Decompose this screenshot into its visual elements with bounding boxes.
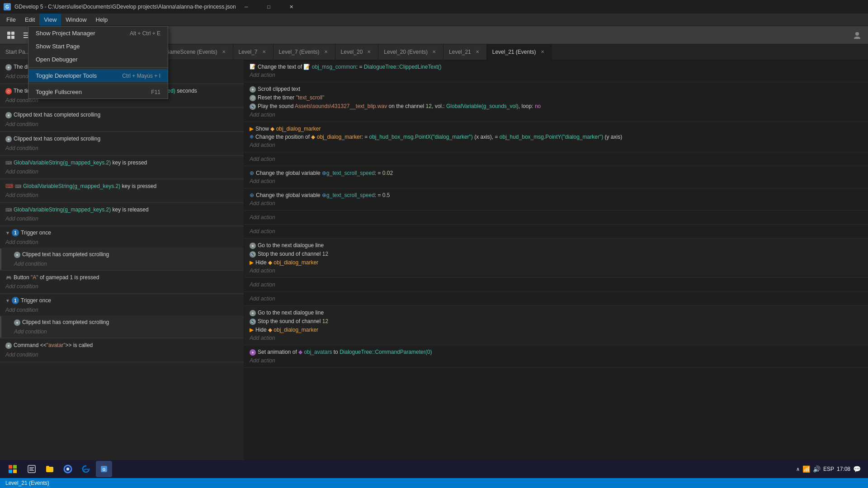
taskbar-gdevelop[interactable]: G xyxy=(96,461,112,477)
tab-label: Level_20 (Events) xyxy=(384,49,428,55)
dropdown-item-label: Toggle Fullscreen xyxy=(36,89,82,95)
taskbar-chrome[interactable] xyxy=(60,461,76,477)
add-action-button[interactable]: Add action xyxy=(248,295,864,303)
menu-window[interactable]: Window xyxy=(61,14,91,26)
add-action-button[interactable]: Add action xyxy=(248,155,864,163)
dropdown-toggle-fullscreen[interactable]: Toggle Fullscreen F11 xyxy=(28,85,168,99)
view-dropdown-menu: Show Project Manager Alt + Ctrl + E Show… xyxy=(28,26,168,99)
close-button[interactable]: ✕ xyxy=(281,0,302,14)
add-action-button[interactable]: Add action xyxy=(248,334,864,342)
add-condition-button[interactable]: Add condition xyxy=(4,191,240,199)
event-row-10: ▼ 1 Trigger once Add condition ● Clipped… xyxy=(0,294,244,338)
add-action-button[interactable]: Add action xyxy=(248,71,864,79)
start-button[interactable] xyxy=(4,460,22,478)
minimize-button[interactable]: ─ xyxy=(236,0,257,14)
event-row-6: ⌨ ⌨ GlobalVariableString(g_mapped_keys.2… xyxy=(0,179,244,203)
tab-level20-events[interactable]: Level_20 (Events) ✕ xyxy=(378,44,443,60)
title-bar: G GDevelop 5 - C:\Users\ulise\Documents\… xyxy=(0,0,868,14)
tab-level7-events[interactable]: Level_7 (Events) ✕ xyxy=(274,44,335,60)
keyboard-icon: ⌨ xyxy=(5,206,12,213)
toolbar-profile[interactable] xyxy=(850,28,864,42)
condition-item: ● Clipped text has completed scrolling xyxy=(12,318,240,327)
tab-close-icon[interactable]: ✕ xyxy=(474,48,481,56)
add-condition-button[interactable]: Add condition xyxy=(4,282,240,291)
add-condition-button[interactable]: Add condition xyxy=(4,120,240,128)
add-action-button[interactable]: Add action xyxy=(248,177,864,185)
condition-item: ● Clipped text has completed scrolling xyxy=(4,111,240,119)
window-controls: ─ □ ✕ xyxy=(236,0,302,14)
action-item: ● Set animation of ◆ obj_avatars to Dial… xyxy=(248,348,864,357)
dropdown-separator-1 xyxy=(28,67,168,68)
add-action-button[interactable]: Add action xyxy=(248,267,864,275)
toolbar-scenes-icon[interactable] xyxy=(4,28,18,42)
tab-close-icon[interactable]: ✕ xyxy=(365,48,373,56)
svg-text:G: G xyxy=(102,467,105,472)
add-condition-button[interactable]: Add condition xyxy=(4,168,240,176)
condition-item: 🎮 Button "A" of gamepad 1 is pressed xyxy=(4,273,240,282)
condition-icon: ● xyxy=(5,343,12,349)
add-condition-button[interactable]: Add condition xyxy=(4,306,240,314)
event-row-3: ● Clipped text has completed scrolling A… xyxy=(0,108,244,132)
tab-close-icon[interactable]: ✕ xyxy=(539,48,546,56)
add-action-button[interactable]: Add action xyxy=(248,213,864,221)
add-condition-button[interactable]: Add condition xyxy=(12,260,240,268)
condition-item: ● Clipped text has completed scrolling xyxy=(12,250,240,259)
add-action-button[interactable]: Add action xyxy=(248,227,864,235)
conditions-panel: ● The dialogue line is "text" Add condit… xyxy=(0,60,244,460)
action-group-2: ● Scroll clipped text ⏱ Reset the timer … xyxy=(244,82,868,122)
collapse-icon[interactable]: ▼ xyxy=(5,230,10,235)
menu-help[interactable]: Help xyxy=(91,14,113,26)
dropdown-item-shortcut: Alt + Ctrl + E xyxy=(130,30,160,37)
svg-rect-0 xyxy=(7,32,10,35)
action-group-1: 📝 Change the text of 📝 obj_msg_common: =… xyxy=(244,60,868,82)
tab-close-icon[interactable]: ✕ xyxy=(260,48,268,56)
tab-close-icon[interactable]: ✕ xyxy=(430,48,438,56)
action-item: ▶ Hide ◆ obj_dialog_marker xyxy=(248,326,864,334)
tab-level21[interactable]: Level_21 ✕ xyxy=(443,44,487,60)
taskbar-search[interactable] xyxy=(24,461,40,477)
tab-level20[interactable]: Level_20 ✕ xyxy=(335,44,379,60)
dropdown-show-project-manager[interactable]: Show Project Manager Alt + Ctrl + E xyxy=(28,27,168,40)
trigger-once: ▼ 1 Trigger once xyxy=(4,296,240,305)
tab-close-icon[interactable]: ✕ xyxy=(220,48,227,56)
menu-file[interactable]: File xyxy=(2,14,20,26)
tab-gamescene-events2[interactable]: GameScene (Events) ✕ xyxy=(160,44,233,60)
taskbar-edge[interactable] xyxy=(78,461,94,477)
add-action-button[interactable]: Add action xyxy=(248,357,864,365)
condition-icon: ⏱ xyxy=(5,88,12,94)
maximize-button[interactable]: □ xyxy=(259,0,279,14)
add-condition-button[interactable]: Add condition xyxy=(12,328,240,336)
collapse-icon[interactable]: ▼ xyxy=(5,298,10,303)
condition-item: ⌨ ⌨ GlobalVariableString(g_mapped_keys.2… xyxy=(4,182,240,190)
action-item: 🔊 Play the sound Assets\sounds\431327__t… xyxy=(248,102,864,111)
menu-edit[interactable]: Edit xyxy=(20,14,39,26)
tab-label: Level_21 xyxy=(449,49,471,55)
dropdown-show-start-page[interactable]: Show Start Page xyxy=(28,40,168,53)
tab-level7[interactable]: Level_7 ✕ xyxy=(233,44,274,60)
add-action-button[interactable]: Add action xyxy=(248,141,864,149)
gamepad-icon: 🎮 xyxy=(5,274,12,281)
condition-item: ● Command <<"avatar">> is called xyxy=(4,341,240,350)
add-condition-button[interactable]: Add condition xyxy=(4,144,240,152)
add-condition-button[interactable]: Add condition xyxy=(4,238,240,246)
action-item: ▶ Hide ◆ obj_dialog_marker xyxy=(248,258,864,267)
tray-arrow[interactable]: ∧ xyxy=(796,466,800,472)
action-group-8-header: Add action xyxy=(244,225,868,239)
variable-icon: ⊕ xyxy=(250,170,254,176)
add-action-button[interactable]: Add action xyxy=(248,111,864,119)
tab-close-icon[interactable]: ✕ xyxy=(322,48,330,56)
action-icon: 🔊 xyxy=(250,319,256,325)
add-action-button[interactable]: Add action xyxy=(248,281,864,289)
position-icon: ⊕ xyxy=(250,134,254,140)
taskbar-explorer[interactable] xyxy=(42,461,58,477)
dropdown-open-debugger[interactable]: Open Debugger xyxy=(28,53,168,66)
clock: 17:08 xyxy=(837,466,850,472)
action-group-3: ▶ Show ◆ obj_dialog_marker ⊕ Change the … xyxy=(244,122,868,152)
add-condition-button[interactable]: Add condition xyxy=(4,351,240,359)
tab-level21-events[interactable]: Level_21 (Events) ✕ xyxy=(487,44,552,60)
add-condition-button[interactable]: Add condition xyxy=(4,215,240,223)
dropdown-toggle-dev-tools[interactable]: Toggle Developer Tools Ctrl + Mayús + I xyxy=(28,69,168,82)
add-action-button[interactable]: Add action xyxy=(248,199,864,207)
notification-icon[interactable]: 💬 xyxy=(853,465,861,473)
menu-view[interactable]: View xyxy=(39,14,61,26)
